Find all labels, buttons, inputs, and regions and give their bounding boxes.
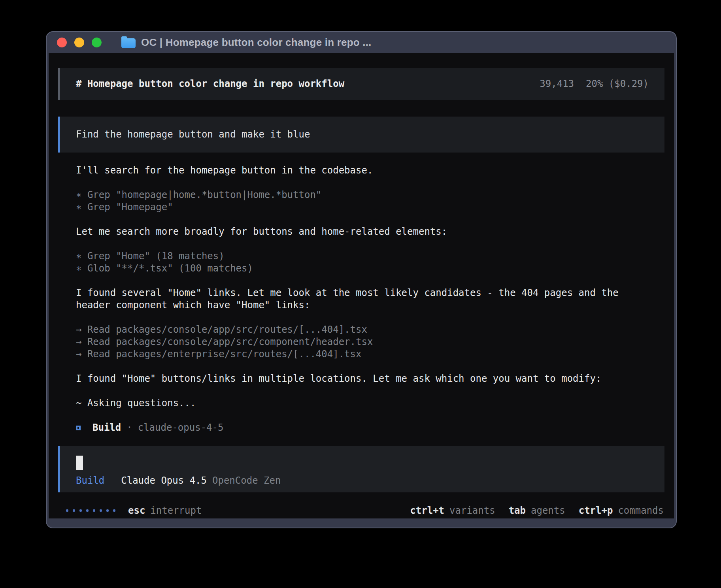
hint-interrupt: esc interrupt bbox=[128, 505, 202, 517]
tool-call-group: ∗ Grep "Home" (18 matches) ∗ Glob "**/*.… bbox=[76, 250, 664, 275]
text-cursor bbox=[76, 456, 83, 470]
context-cost: 20% ($0.29) bbox=[586, 78, 649, 90]
assistant-paragraph: I found "Home" buttons/links in multiple… bbox=[76, 373, 637, 385]
session-title: # Homepage button color change in repo w… bbox=[76, 78, 344, 90]
prompt-input[interactable]: Build Claude Opus 4.5 OpenCode Zen bbox=[58, 446, 664, 492]
session-stats: 39,413 20% ($0.29) bbox=[540, 78, 649, 90]
spinner-dot bbox=[86, 509, 89, 512]
tool-call-read: → Read packages/console/app/src/componen… bbox=[76, 336, 664, 348]
spinner-dot bbox=[79, 509, 82, 512]
session-header: # Homepage button color change in repo w… bbox=[58, 68, 664, 100]
hint-key-ctrl-t: ctrl+t bbox=[410, 505, 444, 517]
tool-call-read: → Read packages/console/app/src/routes/[… bbox=[76, 324, 664, 336]
hint-key-ctrl-p: ctrl+p bbox=[579, 505, 613, 517]
user-message-text: Find the homepage button and make it blu… bbox=[76, 129, 310, 140]
tool-call-glob: ∗ Glob "**/*.tsx" (100 matches) bbox=[76, 262, 664, 275]
input-meta-row: Build Claude Opus 4.5 OpenCode Zen bbox=[76, 475, 649, 487]
spinner-dot bbox=[100, 509, 102, 512]
agent-model: claude-opus-4-5 bbox=[138, 422, 224, 434]
active-model-label[interactable]: Claude Opus 4.5 bbox=[121, 475, 207, 487]
window-title: OC | Homepage button color change in rep… bbox=[141, 36, 372, 49]
hint-label-variants: variants bbox=[449, 505, 495, 517]
titlebar-title-group: OC | Homepage button color change in rep… bbox=[121, 36, 372, 49]
separator-dot: · bbox=[126, 422, 132, 434]
assistant-paragraph: I found several "Home" links. Let me loo… bbox=[76, 287, 637, 311]
terminal-screen: # Homepage button color change in repo w… bbox=[49, 53, 674, 518]
assistant-paragraph: Let me search more broadly for buttons a… bbox=[76, 226, 637, 238]
spinner-dots bbox=[66, 509, 115, 512]
status-left: esc interrupt bbox=[66, 505, 202, 517]
token-count: 39,413 bbox=[540, 78, 574, 90]
hint-label-agents: agents bbox=[531, 505, 565, 517]
working-status: ~ Asking questions... bbox=[76, 397, 664, 409]
assistant-paragraph: I'll search for the homepage button in t… bbox=[76, 164, 637, 177]
spinner-dot bbox=[106, 509, 109, 512]
spinner-dot bbox=[113, 509, 115, 512]
hint-label-commands: commands bbox=[618, 505, 664, 517]
tool-call-group: ∗ Grep "homepage|home.*button|Home.*butt… bbox=[76, 189, 664, 213]
user-message: Find the homepage button and make it blu… bbox=[58, 117, 664, 153]
folder-icon bbox=[121, 38, 136, 48]
tool-call-read: → Read packages/enterprise/src/routes/[.… bbox=[76, 348, 664, 360]
zoom-button[interactable] bbox=[92, 38, 102, 47]
hint-key-esc: esc bbox=[128, 505, 145, 517]
build-agent-icon bbox=[76, 426, 81, 430]
spinner-dot bbox=[66, 509, 68, 512]
spinner-dot bbox=[93, 509, 95, 512]
agent-name: Build bbox=[92, 422, 121, 434]
close-button[interactable] bbox=[57, 38, 67, 47]
hint-agents: tab agents bbox=[509, 505, 565, 517]
app-window: OC | Homepage button color change in rep… bbox=[46, 31, 677, 528]
tool-call-grep: ∗ Grep "homepage|home.*button|Home.*butt… bbox=[76, 189, 664, 201]
active-agent-label[interactable]: Build bbox=[76, 475, 104, 487]
hint-variants: ctrl+t variants bbox=[410, 505, 495, 517]
hint-label-interrupt: interrupt bbox=[150, 505, 202, 517]
minimize-button[interactable] bbox=[74, 38, 84, 47]
tool-call-grep: ∗ Grep "Homepage" bbox=[76, 201, 664, 213]
traffic-lights bbox=[57, 38, 102, 47]
window-titlebar: OC | Homepage button color change in rep… bbox=[47, 32, 676, 53]
status-right: ctrl+t variants tab agents ctrl+p comman… bbox=[410, 505, 664, 517]
assistant-transcript: I'll search for the homepage button in t… bbox=[76, 164, 664, 446]
agent-task-row: Build · claude-opus-4-5 bbox=[76, 422, 664, 434]
hint-key-tab: tab bbox=[509, 505, 526, 517]
tool-call-grep: ∗ Grep "Home" (18 matches) bbox=[76, 250, 664, 262]
spinner-dot bbox=[73, 509, 75, 512]
hint-commands: ctrl+p commands bbox=[579, 505, 664, 517]
tool-call-group: → Read packages/console/app/src/routes/[… bbox=[76, 324, 664, 360]
status-bar: esc interrupt ctrl+t variants tab agents… bbox=[58, 503, 664, 518]
provider-label: OpenCode Zen bbox=[212, 475, 281, 487]
